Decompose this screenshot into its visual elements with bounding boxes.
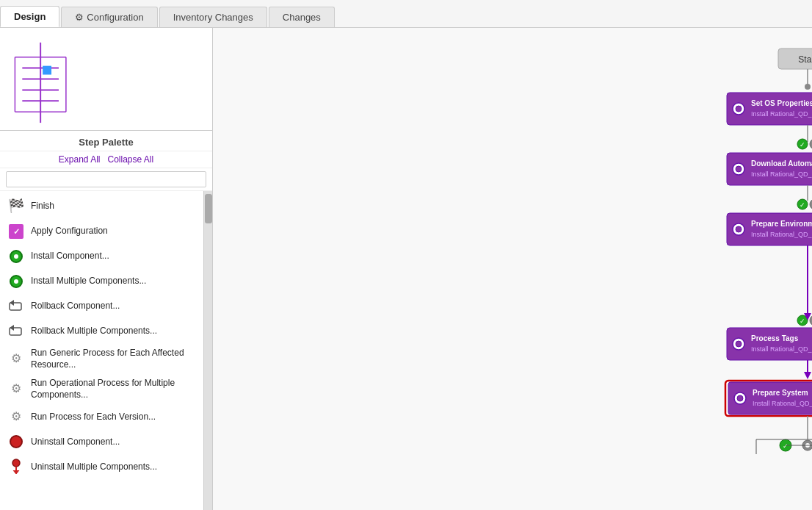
mini-diagram [0, 28, 212, 131]
palette-item-run-process-version-label: Run Process for Each Version... [31, 412, 156, 423]
workflow-canvas: Start ✎ Set OS Properties Install Ratio [213, 28, 812, 510]
svg-text:Install Rational_QD_SystemPre-: Install Rational_QD_SystemPre-Requisite_… [751, 170, 812, 178]
svg-text:Download AutomationPrep Artifa: Download AutomationPrep Artifacts [751, 159, 812, 168]
svg-text:✓: ✓ [783, 442, 789, 450]
svg-text:✓: ✓ [800, 201, 805, 209]
expand-all-button[interactable]: Expand All [59, 154, 101, 165]
svg-point-12 [12, 459, 20, 467]
svg-point-41 [736, 166, 742, 172]
palette-item-install-component-label: Install Component... [31, 251, 109, 262]
svg-point-18 [805, 84, 811, 90]
palette-item-uninstall-multiple-label: Uninstall Multiple Components... [31, 461, 157, 473]
install-component-icon [7, 248, 25, 265]
svg-text:Prepare System: Prepare System [753, 389, 808, 397]
svg-point-26 [736, 106, 742, 112]
svg-point-56 [736, 226, 742, 232]
tab-design[interactable]: Design [0, 6, 59, 27]
palette-item-uninstall-multiple[interactable]: Uninstall Multiple Components... [0, 454, 203, 479]
palette-item-rollback-component-label: Rollback Component... [31, 301, 120, 312]
palette-item-install-multiple[interactable]: Install Multiple Components... [0, 269, 203, 294]
palette-item-rollback-multiple[interactable]: Rollback Multiple Components... [0, 319, 203, 344]
palette-scrollbar[interactable] [203, 191, 212, 510]
run-operational-icon: ⚙ [7, 381, 25, 398]
tab-inventory-changes[interactable]: Inventory Changes [159, 7, 267, 27]
rollback-multiple-icon [7, 323, 25, 340]
svg-point-85 [737, 395, 743, 401]
step-palette: Step Palette Expand All Collapse All 🏁 [0, 131, 212, 510]
palette-scrollbar-thumb[interactable] [205, 194, 212, 223]
svg-rect-5 [43, 66, 51, 75]
run-generic-icon: ⚙ [7, 351, 25, 368]
main-container: Design ⚙Configuration Inventory Changes … [0, 0, 812, 510]
palette-item-finish[interactable]: 🏁 Finish [0, 194, 203, 219]
flag-icon: 🏁 [7, 198, 25, 215]
search-input[interactable] [6, 171, 206, 187]
step-palette-controls: Expand All Collapse All [0, 151, 212, 168]
gear-icon: ⚙ [75, 12, 84, 23]
palette-item-apply-config-label: Apply Configuration [31, 226, 108, 237]
tab-configuration-label: Configuration [87, 12, 143, 23]
uninstall-component-icon [7, 433, 25, 450]
palette-item-install-component[interactable]: Install Component... [0, 244, 203, 269]
rollback-component-icon [7, 298, 25, 315]
svg-text:Prepare Environment: Prepare Environment [751, 220, 812, 228]
step-palette-title: Step Palette [0, 131, 212, 151]
svg-text:Install Rational_QD_SystemPre-: Install Rational_QD_SystemPre-Requisite_… [753, 400, 812, 407]
palette-item-rollback-multiple-label: Rollback Multiple Components... [31, 326, 157, 337]
svg-text:Install Rational_QD_SystemPre-: Install Rational_QD_SystemPre-Requisite_… [751, 345, 812, 353]
palette-item-run-process-version[interactable]: ⚙ Run Process for Each Version... [0, 404, 203, 429]
svg-text:✓: ✓ [800, 317, 805, 325]
palette-item-run-operational-label: Run Operational Process for Multiple Com… [31, 378, 196, 401]
tabs-bar: Design ⚙Configuration Inventory Changes … [0, 0, 812, 28]
install-multiple-icon [7, 273, 25, 290]
run-process-version-icon: ⚙ [7, 408, 25, 425]
palette-item-install-multiple-label: Install Multiple Components... [31, 276, 146, 287]
left-panel: Step Palette Expand All Collapse All 🏁 [0, 28, 213, 510]
tab-changes[interactable]: Changes [269, 7, 335, 27]
svg-text:Start: Start [798, 54, 812, 65]
palette-scroll-wrapper: 🏁 Finish ✓ Apply Configuration [0, 191, 212, 510]
palette-item-uninstall-component[interactable]: Uninstall Component... [0, 429, 203, 454]
svg-text:Set OS Properties: Set OS Properties [751, 99, 812, 107]
uninstall-multiple-icon [7, 458, 25, 475]
palette-item-uninstall-component-label: Uninstall Component... [31, 437, 120, 448]
tab-inventory-changes-label: Inventory Changes [173, 12, 253, 23]
canvas-area[interactable]: Start ✎ Set OS Properties Install Ratio [213, 28, 812, 510]
palette-item-run-generic[interactable]: ⚙ Run Generic Process for Each Affected … [0, 344, 203, 374]
palette-scroll: 🏁 Finish ✓ Apply Configuration [0, 191, 203, 510]
collapse-all-button[interactable]: Collapse All [108, 154, 154, 165]
palette-item-run-generic-label: Run Generic Process for Each Affected Re… [31, 348, 196, 370]
apply-config-icon: ✓ [7, 223, 25, 240]
svg-point-72 [736, 341, 742, 347]
svg-text:✓: ✓ [800, 141, 805, 148]
search-row [0, 168, 212, 191]
tab-design-label: Design [14, 11, 46, 22]
palette-item-run-operational[interactable]: ⚙ Run Operational Process for Multiple C… [0, 374, 203, 404]
palette-item-apply-config[interactable]: ✓ Apply Configuration [0, 219, 203, 244]
body-area: Step Palette Expand All Collapse All 🏁 [0, 28, 812, 510]
svg-text:Install Rational_QD_SystemPre-: Install Rational_QD_SystemPre-Requisite_… [751, 231, 812, 238]
svg-text:Process Tags: Process Tags [751, 334, 799, 342]
tab-changes-label: Changes [283, 12, 321, 23]
palette-item-finish-label: Finish [31, 201, 54, 212]
svg-rect-14 [213, 28, 812, 510]
tab-configuration[interactable]: ⚙Configuration [61, 7, 157, 27]
palette-item-rollback-component[interactable]: Rollback Component... [0, 294, 203, 319]
svg-text:Install Rational_QD_SystemPre-: Install Rational_QD_SystemPre-Requisite_… [751, 110, 812, 118]
